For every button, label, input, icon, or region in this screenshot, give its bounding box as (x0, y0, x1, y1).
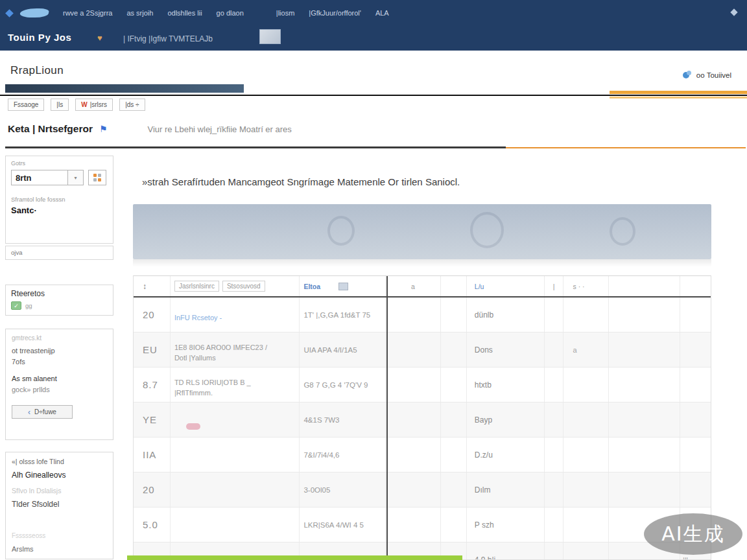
sidebar-link[interactable]: Alh Ginealleovs (12, 471, 107, 480)
chevron-down-icon[interactable]: ▾ (68, 170, 84, 185)
table-row[interactable]: YE 4&1S 7W3 Bayp (134, 402, 711, 438)
row-num: 20 (143, 309, 155, 320)
section-rule-dark (5, 146, 506, 148)
note-text: ojva (11, 249, 22, 256)
banner-shape (470, 212, 504, 248)
toggle-checkbox[interactable]: ✓ (11, 301, 21, 310)
row-status: Dılm (475, 485, 491, 495)
tab-label: |srlsrs (90, 101, 107, 108)
row-status: htxtb (475, 380, 492, 390)
back-button[interactable]: ‹ D÷fuwe (12, 405, 73, 419)
tab-4[interactable]: |ds ÷ (119, 99, 145, 111)
row-name-link[interactable]: InFU Rcsetoy - (174, 314, 222, 321)
filter-item[interactable]: ot trreastenijp (12, 347, 107, 355)
tab-2[interactable]: |ls (51, 99, 69, 111)
content-title: »strah Serafírtuden Mancamgeot Sngrímage… (142, 176, 460, 187)
page-title: RrapLioun (10, 64, 64, 77)
table-row[interactable]: 20 3-0Ol05 Dılm (134, 472, 711, 508)
section-rule-orange (506, 147, 746, 148)
column-header-lu[interactable]: L/u (475, 283, 484, 290)
row-num: 20 (143, 484, 155, 495)
row-num: 8.7 (143, 379, 158, 390)
column-filter-status[interactable]: Stsosuvosd (222, 281, 265, 292)
heart-icon[interactable]: ♥ (97, 33, 102, 43)
row-value: 7&I/7i4/4,6 (303, 451, 339, 459)
row-num: IIA (143, 449, 156, 460)
row-name: TD RLS IORIU|OTB B _ (174, 379, 251, 386)
thumbnail-image[interactable] (259, 29, 281, 44)
filter-item[interactable]: As sm alanent (12, 375, 107, 382)
topbar-menu-item[interactable]: go dlaon (217, 9, 244, 17)
sort-icon[interactable]: ↕ (143, 282, 147, 291)
table-row[interactable]: 8.7 TD RLS IORIU|OTB B _|RflTfimmm. G8 7… (134, 368, 711, 402)
row-extra: a (573, 346, 576, 354)
panel-title: Rteeretos (11, 289, 108, 298)
apps-grid-button[interactable] (88, 170, 106, 185)
filter-item[interactable]: 7ofs (12, 358, 107, 366)
row-value: 3-0Ol05 (303, 486, 330, 494)
field-value: Santc· (11, 205, 108, 215)
back-arrow-icon: ‹ (28, 408, 30, 417)
table-header: ↕ Jasrlsnlsinrc Stsosuvosd Eltoa a L/u |… (134, 276, 711, 298)
row-status: 4 9 h|i - (475, 555, 501, 560)
sidebar-filter-card: Gotrs ▾ Sframtol lofe fosssn Santc· (5, 156, 113, 244)
banner-shape (327, 216, 355, 246)
topbar: rwve a 2Ssjgrra as srjoih odlshlles lii … (0, 0, 747, 51)
column-header-pipe: | (553, 283, 555, 290)
screen: rwve a 2Ssjgrra as srjoih odlshlles lii … (0, 0, 747, 560)
column-header-eltoa[interactable]: Eltoa (303, 283, 320, 290)
tab-label: |ls (56, 101, 63, 108)
bottom-green-bar (127, 555, 462, 560)
sidebar-link[interactable]: Tlder Sfsoldel (12, 500, 107, 509)
section-title: Keta | Nrtsefgeror (8, 123, 93, 135)
row-status: dünlb (475, 310, 493, 320)
topbar-menu-row: rwve a 2Ssjgrra as srjoih odlshlles lii … (0, 0, 747, 26)
banner-shape (610, 217, 635, 246)
account-link[interactable]: oo Touiivel (683, 71, 731, 79)
table-row[interactable]: 20 InFU Rcsetoy - 1T' |,G,GA 1fd&T 75 dü… (134, 298, 711, 332)
column-header-s[interactable]: s · · (573, 283, 584, 290)
section-subtitle: Viur re Lbehi wlej_rïkfiie Moatrí er are… (148, 124, 292, 134)
account-label: oo Touiivel (696, 71, 731, 79)
topbar-menu-item[interactable]: |GfkJuur/orfforol' (309, 9, 361, 17)
topbar-menu-item[interactable]: odlshlles lii (167, 9, 202, 17)
sidebar-toggle-card: Rteeretos ✓ gg (5, 285, 113, 316)
table-row[interactable]: IIA 7&I/7i4/4,6 D.z/u (134, 438, 711, 472)
row-value: G8 7 G,G 4 '7Q'V 9 (303, 381, 368, 389)
search-input[interactable] (11, 170, 68, 185)
accent-bar-bottom (610, 97, 747, 99)
sidebar-link[interactable]: «| olsss lofe Tlind (12, 458, 107, 465)
spark-icon (5, 9, 14, 18)
row-value: LKR|S6A 4/WI 4 5 (303, 521, 363, 529)
tab-3[interactable]: W|srlsrs (75, 99, 113, 111)
topbar-menu-item[interactable]: ALA (375, 9, 389, 17)
account-icon (683, 72, 689, 78)
sidebar-link[interactable]: SfIvo ln Dslalisjs (12, 487, 107, 495)
topbar-subtext: | IFtvig |Igfiw TVMTELAJb (123, 34, 213, 43)
topbar-menu-item[interactable]: |liosm (276, 9, 295, 17)
flag-icon: ⚑ (99, 124, 108, 134)
row-num: EU (143, 344, 158, 355)
tab-1[interactable]: Fssaoge (8, 99, 44, 111)
row-status: Dons (475, 345, 493, 355)
back-button-label: D÷fuwe (34, 408, 56, 415)
filter-item[interactable]: gock» prllds (12, 386, 107, 393)
page-header: RrapLioun oo Touiivel (0, 51, 747, 84)
column-header-a[interactable]: a (411, 283, 415, 290)
tab-label: |ds ÷ (125, 101, 139, 108)
sidebar-footer-link[interactable]: Arslms (12, 545, 107, 553)
tab-label: Fssaoge (14, 101, 38, 108)
topbar-menu-item[interactable]: rwve a 2Ssjgrra (63, 9, 112, 17)
search-row: ▾ (11, 170, 108, 185)
row-status: P szh (475, 520, 494, 530)
row-status: Bayp (475, 415, 492, 425)
banner-shadow (133, 259, 711, 267)
column-filter-name[interactable]: Jasrlsnlsinrc (174, 281, 219, 292)
table-row[interactable]: EU 1E8 8IO6 ARO0O IMFEC23 /Dotl |Yallums… (134, 332, 711, 368)
brand-logo[interactable]: Touin Py Jos (8, 32, 71, 43)
logo-swoosh-icon (19, 8, 50, 18)
sidebar-footer-link[interactable]: Fssssseoss (12, 532, 107, 539)
topbar-menu-item[interactable]: as srjoih (126, 9, 153, 17)
table-row[interactable]: 5.0 LKR|S6A 4/WI 4 5 P szh (134, 508, 711, 542)
table-divider-line (386, 276, 388, 560)
